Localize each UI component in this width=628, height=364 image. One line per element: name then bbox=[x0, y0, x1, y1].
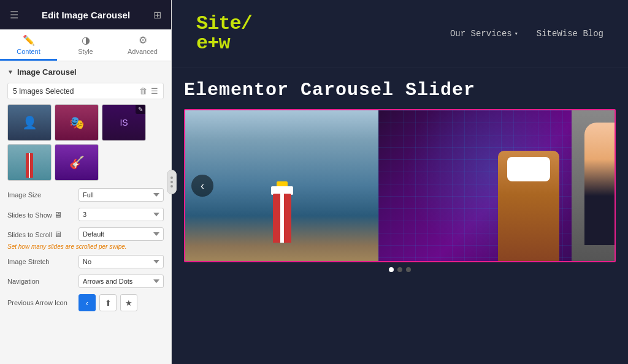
pencil-icon: ✏️ bbox=[23, 34, 35, 46]
tab-content[interactable]: ✏️ Content bbox=[0, 29, 57, 61]
logo-line1: Site/ bbox=[196, 14, 252, 34]
vr-headset bbox=[507, 157, 550, 181]
image-size-row: Image Size Full Large Medium Thumbnail bbox=[7, 188, 164, 202]
slides-to-show-row: Slides to Show 🖥 3 2 1 bbox=[7, 208, 164, 221]
panel-header: ☰ Edit Image Carousel ⊞ bbox=[0, 0, 171, 29]
nav-link-blog[interactable]: SiteWise Blog bbox=[537, 29, 603, 39]
list-icon[interactable]: ☰ bbox=[151, 86, 158, 96]
slides-to-show-label: Slides to Show 🖥 bbox=[7, 210, 75, 219]
slide-2 bbox=[378, 110, 572, 261]
logo-area: Site/ e+w bbox=[196, 14, 252, 53]
tabs-row: ✏️ Content ◑ Style ⚙ Advanced bbox=[0, 29, 171, 61]
vr-person bbox=[498, 151, 559, 261]
thumb-4[interactable] bbox=[7, 144, 52, 181]
carousel-container: ‹ bbox=[184, 109, 616, 262]
images-selected-bar: 5 Images Selected 🗑 ☰ bbox=[7, 83, 164, 99]
thumb-3[interactable]: IS ✎ bbox=[102, 104, 146, 141]
lighthouse bbox=[273, 188, 291, 243]
nav-link-services[interactable]: Our Services ▾ bbox=[450, 29, 518, 39]
lighthouse-body bbox=[273, 194, 291, 243]
images-selected-label: 5 Images Selected bbox=[13, 87, 74, 96]
menu-icon[interactable]: ☰ bbox=[9, 8, 20, 22]
arrow-left-icon-btn[interactable]: ‹ bbox=[78, 294, 96, 311]
carousel-dots bbox=[184, 267, 616, 272]
navigation-select[interactable]: Arrows and Dots None Arrows Dots bbox=[78, 275, 164, 288]
style-icon: ◑ bbox=[82, 34, 90, 46]
resize-handle[interactable] bbox=[167, 170, 177, 194]
header-icons: ⊞ bbox=[152, 8, 163, 22]
carousel-dot-2[interactable] bbox=[397, 267, 402, 272]
image-stretch-label: Image Stretch bbox=[7, 258, 75, 265]
panel-body: ▼ Image Carousel 5 Images Selected 🗑 ☰ 👤… bbox=[0, 61, 171, 364]
person-partial bbox=[584, 123, 616, 245]
carousel-slides bbox=[185, 110, 615, 261]
collapse-arrow[interactable]: ▼ bbox=[7, 69, 13, 75]
right-area: Site/ e+w Our Services ▾ SiteWise Blog E… bbox=[172, 0, 628, 364]
thumb-1[interactable]: 👤 bbox=[7, 104, 52, 141]
image-stretch-select[interactable]: No Yes bbox=[78, 255, 164, 268]
navigation-label: Navigation bbox=[7, 278, 75, 285]
thumb-edit-icon[interactable]: ✎ bbox=[136, 105, 145, 114]
thumb-5[interactable]: 🎸 bbox=[55, 144, 99, 181]
slides-hint: Set how many slides are scrolled per swi… bbox=[7, 243, 164, 250]
slides-to-scroll-label: Slides to Scroll 🖥 bbox=[7, 230, 75, 239]
slide-1 bbox=[185, 110, 378, 261]
nav-icons-row: ‹ ⬆ ★ bbox=[78, 294, 137, 311]
prev-arrow-label: Previous Arrow Icon bbox=[7, 299, 75, 306]
carousel-heading: Elementor Carousel Slider bbox=[184, 80, 616, 100]
image-size-label: Image Size bbox=[7, 191, 75, 199]
navigation-row: Navigation Arrows and Dots None Arrows D… bbox=[7, 275, 164, 288]
image-stretch-row: Image Stretch No Yes bbox=[7, 255, 164, 268]
logo-line2: e+w bbox=[196, 34, 230, 53]
gear-icon: ⚙ bbox=[139, 34, 147, 46]
upload-icon-btn[interactable]: ⬆ bbox=[99, 294, 117, 311]
monitor-icon-2: 🖥 bbox=[54, 230, 62, 239]
slides-to-scroll-select[interactable]: Default 1 2 3 bbox=[78, 227, 164, 241]
carousel-prev-arrow[interactable]: ‹ bbox=[191, 175, 213, 197]
resize-dots bbox=[170, 176, 173, 188]
carousel-dot-1[interactable] bbox=[389, 267, 394, 272]
slides-to-show-select[interactable]: 3 2 1 bbox=[78, 208, 164, 221]
carousel-dot-3[interactable] bbox=[406, 267, 411, 272]
image-thumbs: 👤 🎭 IS ✎ 🎸 bbox=[7, 104, 164, 181]
tab-advanced[interactable]: ⚙ Advanced bbox=[114, 29, 171, 61]
star-icon-btn[interactable]: ★ bbox=[120, 294, 137, 311]
slide-3 bbox=[572, 110, 616, 261]
chevron-down-icon: ▾ bbox=[515, 30, 518, 37]
top-nav: Site/ e+w Our Services ▾ SiteWise Blog bbox=[172, 0, 628, 67]
monitor-icon: 🖥 bbox=[54, 210, 62, 219]
thumb-2[interactable]: 🎭 bbox=[55, 104, 99, 141]
slides-to-scroll-row: Slides to Scroll 🖥 Default 1 2 3 bbox=[7, 227, 164, 241]
image-size-select[interactable]: Full Large Medium Thumbnail bbox=[78, 188, 164, 202]
delete-icon[interactable]: 🗑 bbox=[139, 86, 147, 96]
carousel-section: Elementor Carousel Slider bbox=[172, 67, 628, 278]
section-image-carousel: ▼ Image Carousel bbox=[7, 67, 164, 77]
tab-style[interactable]: ◑ Style bbox=[57, 29, 114, 61]
prev-arrow-row: Previous Arrow Icon ‹ ⬆ ★ bbox=[7, 294, 164, 311]
bar-icons: 🗑 ☰ bbox=[139, 86, 158, 96]
left-panel: ☰ Edit Image Carousel ⊞ ✏️ Content ◑ Sty… bbox=[0, 0, 172, 364]
grid-icon[interactable]: ⊞ bbox=[152, 8, 163, 22]
panel-title: Edit Image Carousel bbox=[42, 10, 130, 20]
nav-links: Our Services ▾ SiteWise Blog bbox=[450, 29, 603, 39]
